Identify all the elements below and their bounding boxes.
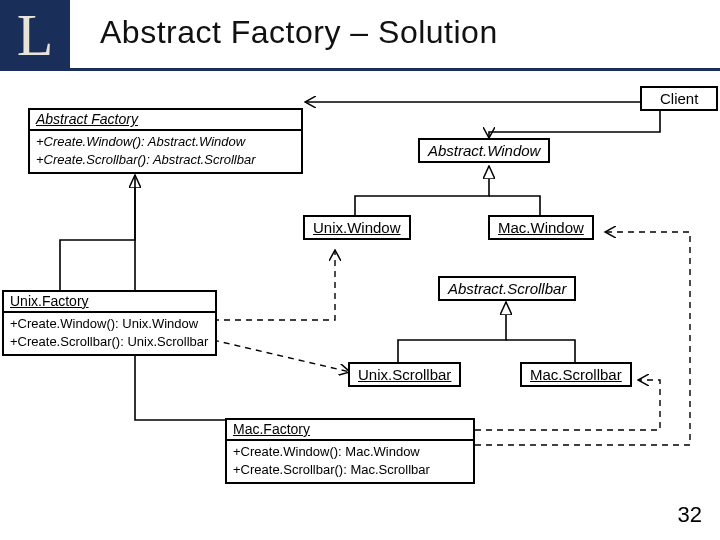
logo-badge: L <box>0 0 70 70</box>
class-client-name: Client <box>660 90 698 107</box>
page-number: 32 <box>678 502 702 528</box>
class-abstract-window: Abstract.Window <box>418 138 550 163</box>
title-underline <box>0 68 720 71</box>
svg-line-1 <box>213 340 350 372</box>
abstract-window-name: Abstract.Window <box>428 142 540 159</box>
abstract-factory-name: Abstract Factory <box>30 110 301 129</box>
class-unix-scrollbar: Unix.Scrollbar <box>348 362 461 387</box>
unix-scrollbar-name: Unix.Scrollbar <box>358 366 451 383</box>
class-abstract-factory: Abstract Factory +Create.Window(): Abstr… <box>28 108 303 174</box>
abstract-factory-op2: +Create.Scrollbar(): Abstract.Scrollbar <box>36 151 295 169</box>
mac-factory-op2: +Create.Scrollbar(): Mac.Scrollbar <box>233 461 467 479</box>
unix-factory-op1: +Create.Window(): Unix.Window <box>10 315 209 333</box>
class-mac-scrollbar: Mac.Scrollbar <box>520 362 632 387</box>
mac-scrollbar-name: Mac.Scrollbar <box>530 366 622 383</box>
class-unix-window: Unix.Window <box>303 215 411 240</box>
abstract-scrollbar-name: Abstract.Scrollbar <box>448 280 566 297</box>
unix-factory-name: Unix.Factory <box>4 292 215 311</box>
class-unix-factory: Unix.Factory +Create.Window(): Unix.Wind… <box>2 290 217 356</box>
class-mac-factory: Mac.Factory +Create.Window(): Mac.Window… <box>225 418 475 484</box>
logo-glyph: L <box>17 5 54 65</box>
slide-title: Abstract Factory – Solution <box>100 14 498 51</box>
unix-window-name: Unix.Window <box>313 219 401 236</box>
class-mac-window: Mac.Window <box>488 215 594 240</box>
mac-factory-op1: +Create.Window(): Mac.Window <box>233 443 467 461</box>
abstract-factory-op1: +Create.Window(): Abstract.Window <box>36 133 295 151</box>
mac-factory-name: Mac.Factory <box>227 420 473 439</box>
mac-window-name: Mac.Window <box>498 219 584 236</box>
class-client: Client <box>640 86 718 111</box>
unix-factory-op2: +Create.Scrollbar(): Unix.Scrollbar <box>10 333 209 351</box>
class-abstract-scrollbar: Abstract.Scrollbar <box>438 276 576 301</box>
